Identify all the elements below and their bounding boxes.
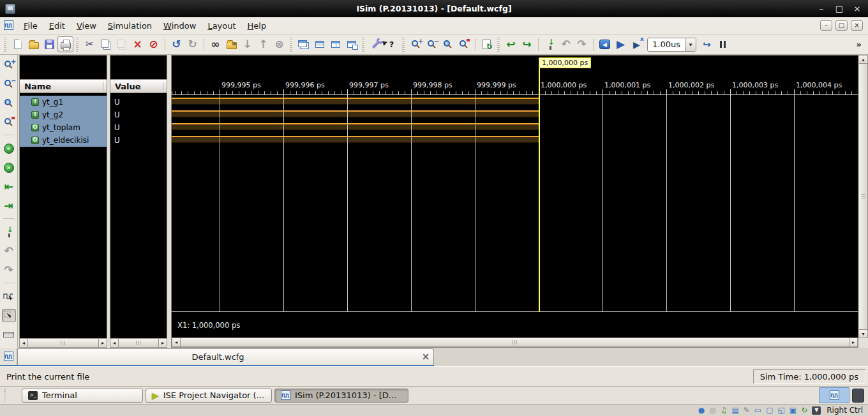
relaunch-button[interactable] [479, 36, 495, 52]
previous-transition-button[interactable]: ⇤ [2, 180, 16, 193]
menu-view[interactable]: View [71, 19, 102, 33]
float-window-button[interactable] [343, 36, 359, 52]
tile-horizontal-button[interactable] [311, 36, 327, 52]
signal-row-yt_eldecikisi[interactable]: Oyt_eldecikisi [20, 134, 107, 147]
wave-vscrollbar[interactable]: ▴ ▾ [858, 55, 868, 338]
vbox-shared-folders-icon[interactable]: ▭ [754, 406, 761, 414]
scroll-left-arrow-icon[interactable]: ◂ [19, 338, 28, 348]
combo-dropdown-icon[interactable]: ▾ [685, 38, 696, 51]
scroll-right-arrow-icon[interactable]: ▸ [98, 338, 107, 348]
vbox-optical-disc-icon[interactable]: ◎ [709, 406, 715, 414]
paste-button[interactable] [114, 36, 130, 52]
menu-simulation[interactable]: Simulation [102, 19, 158, 33]
signal-row-yt_toplam[interactable]: Oyt_toplam [20, 121, 107, 134]
signal-row-yt_g1[interactable]: Iyt_g1 [20, 96, 107, 108]
cancel-button[interactable]: ⊗ [271, 36, 287, 52]
scrollbar-thumb[interactable] [118, 338, 159, 348]
move-down-button[interactable]: ↓ [239, 36, 255, 52]
open-file-button[interactable] [26, 36, 41, 52]
preferences-button[interactable] [368, 36, 384, 52]
vbox-harddisk-icon[interactable]: ● [698, 406, 705, 414]
find-button[interactable]: ∞ [207, 36, 223, 52]
wave-zoom-full-button[interactable] [2, 96, 16, 110]
goto-time-zero-button[interactable]: « [2, 142, 16, 155]
tile-vertical-button[interactable] [327, 36, 343, 52]
whats-this-button[interactable]: ? [384, 36, 400, 52]
delete-button[interactable]: × [130, 36, 146, 52]
toolbar-overflow-button[interactable]: » [857, 40, 862, 49]
scroll-down-arrow-icon[interactable]: ▾ [858, 329, 868, 338]
previous-marker-button[interactable]: ↶ [558, 36, 574, 52]
wave-zoom-out-button[interactable] [2, 77, 16, 91]
signal-row-yt_g2[interactable]: Iyt_g2 [20, 108, 107, 121]
wave-hscrollbar[interactable]: ◂ ▸ [172, 338, 858, 347]
tray-applet-icon[interactable] [852, 389, 864, 403]
run-time-combo[interactable]: 1.00us▾ [647, 38, 696, 52]
break-button[interactable] [715, 36, 731, 52]
prohibit-button[interactable]: ⊘ [146, 36, 161, 52]
zoom-to-cursor-button[interactable] [456, 36, 472, 52]
vbox-refresh-icon[interactable]: ↻ [801, 406, 807, 414]
signal-value-yt_toplam[interactable]: U [110, 121, 167, 134]
scrollbar-thumb[interactable] [180, 338, 849, 347]
measure-button[interactable] [2, 328, 16, 341]
time-cursor-line[interactable] [539, 67, 540, 311]
tab-close-icon[interactable]: × [418, 352, 433, 362]
new-file-button[interactable] [10, 36, 26, 52]
next-transition-button[interactable]: ⇥ [2, 199, 16, 212]
add-marker-button[interactable] [542, 36, 558, 52]
waveform-panel[interactable]: 1,000,000 ps 999,995 ps999,996 ps999,997… [171, 55, 858, 348]
window-minimize-button[interactable]: – [817, 4, 826, 13]
move-up-button[interactable]: ↑ [255, 36, 271, 52]
signal-value-yt_eldecikisi[interactable]: U [110, 134, 167, 147]
snap-to-transition-button[interactable] [2, 290, 16, 303]
restart-button[interactable] [597, 36, 613, 52]
zoom-full-view-button[interactable] [440, 36, 456, 52]
vbox-audio-icon[interactable]: ♫ [721, 406, 728, 414]
mdi-restore-button[interactable]: □ [835, 20, 848, 31]
vbox-windows-icon[interactable]: ◱ [777, 406, 784, 414]
cut-button[interactable]: ✂ [82, 36, 98, 52]
mdi-close-button[interactable]: × [851, 20, 863, 31]
wave-previous-marker-button[interactable]: ↶ [2, 244, 16, 258]
copy-button[interactable] [98, 36, 114, 52]
signal-value-yt_g2[interactable]: U [110, 108, 167, 121]
value-column-header[interactable]: Value [110, 79, 167, 93]
signal-value-yt_g1[interactable]: U [110, 96, 167, 108]
tab-default-wcfg[interactable]: Default.wcfg × [17, 348, 434, 365]
value-panel-hscrollbar[interactable]: ◂ ▸ [110, 338, 167, 348]
scroll-right-arrow-icon[interactable]: ▸ [158, 338, 167, 348]
scrollbar-thumb[interactable] [858, 63, 868, 330]
menu-file[interactable]: File [18, 19, 43, 33]
wave-zoom-in-button[interactable] [2, 58, 16, 71]
taskbar-ise-button[interactable]: ISE Project Navigator (... [146, 389, 272, 403]
find-in-files-button[interactable] [223, 36, 239, 52]
signal-name-list[interactable]: Iyt_g1Iyt_g2Oyt_toplamOyt_eldecikisi [19, 93, 107, 338]
step-button[interactable] [699, 36, 715, 52]
vbox-network-icon[interactable]: ▤ [731, 406, 738, 414]
wave-add-marker-button[interactable] [2, 225, 16, 239]
run-time-value[interactable]: 1.00us [648, 38, 685, 51]
cursor-time-label[interactable]: 1,000,000 ps [539, 57, 591, 68]
print-button[interactable] [57, 36, 73, 52]
scrollbar-thumb[interactable] [27, 338, 99, 348]
vbox-cpu-icon[interactable]: ▣ [789, 406, 797, 414]
run-for-time-button[interactable] [629, 36, 645, 52]
run-button[interactable]: ▶ [613, 36, 629, 52]
redo-button[interactable]: ↻ [184, 36, 200, 52]
waveform-canvas[interactable] [172, 95, 858, 311]
mdi-minimize-button[interactable]: – [820, 20, 832, 31]
name-panel-hscrollbar[interactable]: ◂ ▸ [19, 338, 107, 348]
menu-help[interactable]: Help [242, 19, 273, 33]
goto-latest-time-button[interactable]: » [2, 161, 16, 174]
drag-zoom-button[interactable] [2, 309, 16, 322]
next-marker-button[interactable]: ↷ [574, 36, 590, 52]
goto-next-button[interactable]: ↪ [519, 36, 535, 52]
vbox-usb-icon[interactable]: ✎ [744, 406, 750, 414]
menu-layout[interactable]: Layout [202, 19, 241, 33]
name-column-header[interactable]: Name [19, 79, 107, 93]
scroll-up-arrow-icon[interactable]: ▴ [858, 55, 868, 64]
goto-previous-button[interactable]: ↩ [503, 36, 519, 52]
menu-edit[interactable]: Edit [43, 19, 71, 33]
scroll-right-arrow-icon[interactable]: ▸ [849, 338, 858, 347]
